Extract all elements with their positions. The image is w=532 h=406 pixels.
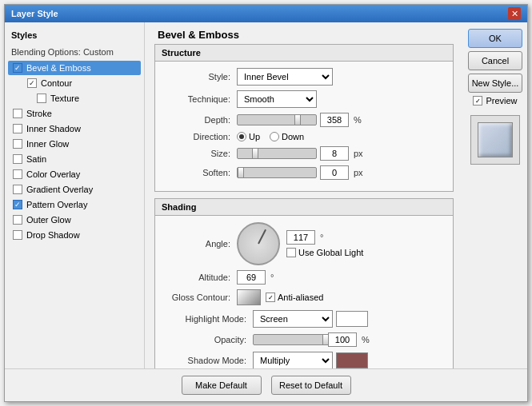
style-select[interactable]: Inner Bevel Outer Bevel Emboss Pillow Em… [237,68,333,86]
sidebar-item-stroke[interactable]: Stroke [8,106,141,121]
new-style-button[interactable]: New Style... [468,74,522,93]
preview-checkbox[interactable] [473,96,482,105]
angle-input[interactable]: 117 [286,230,315,245]
cancel-button[interactable]: Cancel [468,51,522,70]
direction-up-item[interactable]: Up [237,132,260,141]
global-light-row[interactable]: Use Global Light [286,248,363,257]
direction-down-radio[interactable] [270,132,279,141]
bevel-emboss-checkbox[interactable] [13,63,22,73]
close-button[interactable]: ✕ [508,7,521,20]
outer-glow-label: Outer Glow [26,215,71,225]
pattern-overlay-checkbox[interactable] [13,200,22,209]
contour-label: Contour [41,78,72,88]
texture-checkbox[interactable] [37,94,46,103]
inner-shadow-checkbox[interactable] [13,124,22,133]
sidebar: Styles Blending Options: Custom Bevel & … [5,22,145,368]
stroke-checkbox[interactable] [13,109,22,118]
sidebar-item-gradient-overlay[interactable]: Gradient Overlay [8,182,141,197]
sidebar-item-satin[interactable]: Satin [8,152,141,166]
highlight-opacity-input[interactable]: 100 [328,332,357,347]
shading-title: Shading [155,199,453,216]
direction-up-radio[interactable] [237,132,246,141]
soften-input[interactable]: 0 [320,165,349,180]
sidebar-item-outer-glow[interactable]: Outer Glow [8,213,141,227]
sidebar-item-texture[interactable]: Texture [8,91,141,105]
direction-radio-group: Up Down [237,132,304,141]
technique-select[interactable]: Smooth Chisel Hard Chisel Soft [237,90,317,108]
angle-unit: ° [320,233,323,242]
gloss-contour-row: Gloss Contour: Anti-aliased [165,289,443,305]
soften-row: Soften: 0 px [165,165,443,180]
make-default-button[interactable]: Make Default [182,376,262,395]
sidebar-item-drop-shadow[interactable]: Drop Shadow [8,228,141,242]
right-panel: OK Cancel New Style... Preview [463,22,527,368]
gloss-contour-label: Gloss Contour: [165,293,237,302]
sidebar-item-inner-glow[interactable]: Inner Glow [8,137,141,151]
anti-aliased-label: Anti-aliased [278,293,323,302]
sidebar-item-pattern-overlay[interactable]: Pattern Overlay [8,197,141,212]
direction-down-item[interactable]: Down [270,132,304,141]
contour-preview[interactable] [237,289,261,305]
satin-checkbox[interactable] [13,154,22,164]
altitude-input[interactable]: 69 [237,270,266,285]
drop-shadow-label: Drop Shadow [26,230,80,240]
bottom-buttons: Make Default Reset to Default [5,368,527,401]
sidebar-item-color-overlay[interactable]: Color Overlay [8,167,141,181]
size-slider-container: 8 px [237,146,363,161]
highlight-color-swatch[interactable] [336,311,368,327]
reset-to-default-button[interactable]: Reset to Default [271,376,351,395]
window-title: Layer Style [11,9,58,18]
soften-unit: px [354,168,363,177]
highlight-mode-label: Highlight Mode: [165,314,253,324]
preview-label: Preview [486,96,517,105]
contour-checkbox[interactable] [27,78,37,88]
soften-slider[interactable] [237,167,317,178]
angle-label: Angle: [165,239,237,249]
soften-slider-container: 0 px [237,165,363,180]
ok-button[interactable]: OK [468,29,522,48]
technique-row: Technique: Smooth Chisel Hard Chisel Sof… [165,90,443,108]
shadow-mode-select[interactable]: Multiply Normal Screen [253,352,333,368]
main-panel: Bevel & Emboss Structure Style: Inner Be… [145,22,463,368]
depth-slider[interactable] [237,114,317,125]
direction-row: Direction: Up Down [165,132,443,141]
sidebar-item-contour[interactable]: Contour [8,76,141,90]
size-input[interactable]: 8 [320,146,349,161]
layer-style-window: Layer Style ✕ Styles Blending Options: C… [4,4,528,402]
gradient-overlay-label: Gradient Overlay [26,185,93,194]
direction-label: Direction: [165,132,237,141]
depth-unit: % [354,115,362,125]
shadow-color-swatch[interactable] [336,352,368,368]
sidebar-title: Styles [8,29,141,42]
size-slider[interactable] [237,148,317,159]
title-bar: Layer Style ✕ [5,5,527,22]
color-overlay-checkbox[interactable] [13,169,22,179]
gradient-overlay-checkbox[interactable] [13,185,22,194]
highlight-opacity-label: Opacity: [165,335,253,344]
highlight-mode-row: Highlight Mode: Screen Normal Multiply [165,310,443,328]
preview-inner [478,122,513,157]
structure-section: Structure Style: Inner Bevel Outer Bevel… [154,44,454,192]
angle-control[interactable] [237,222,280,265]
bevel-emboss-section-title: Bevel & Emboss [154,29,454,41]
highlight-mode-select[interactable]: Screen Normal Multiply [253,310,333,328]
highlight-opacity-slider[interactable] [253,334,325,345]
sidebar-item-bevel-emboss[interactable]: Bevel & Emboss [8,61,141,75]
color-overlay-label: Color Overlay [26,169,80,179]
soften-label: Soften: [165,168,237,177]
inner-shadow-label: Inner Shadow [26,124,81,133]
inner-glow-checkbox[interactable] [13,139,22,149]
blending-options-label[interactable]: Blending Options: Custom [8,46,141,58]
depth-input[interactable]: 358 [320,113,349,127]
structure-title: Structure [155,45,453,62]
drop-shadow-checkbox[interactable] [13,230,22,240]
technique-label: Technique: [165,94,237,104]
sidebar-item-inner-shadow[interactable]: Inner Shadow [8,121,141,136]
preview-row: Preview [473,96,517,105]
altitude-row: Altitude: 69 ° [165,270,443,285]
direction-up-label: Up [249,132,260,141]
anti-aliased-row[interactable]: Anti-aliased [266,293,323,302]
global-light-checkbox[interactable] [286,248,296,257]
anti-aliased-checkbox[interactable] [266,293,275,302]
outer-glow-checkbox[interactable] [13,215,22,225]
